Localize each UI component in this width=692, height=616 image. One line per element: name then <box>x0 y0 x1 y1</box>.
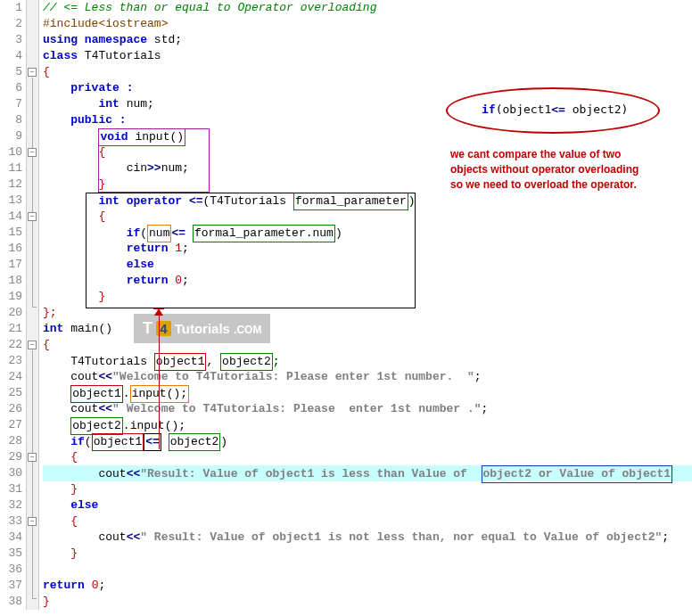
line-number: 19 <box>0 289 22 305</box>
line-number: 32 <box>0 497 22 513</box>
highlight-box: object2 <box>169 433 221 451</box>
line-number: 21 <box>0 321 22 337</box>
code-line: class T4Tutorials <box>43 48 692 64</box>
line-number: 20 <box>0 305 22 321</box>
line-number-gutter: 1 2 3 4 5 6 7 8 9 10 11 12 13 14 15 16 1… <box>0 0 27 610</box>
line-number: 38 <box>0 594 22 610</box>
line-number: 33 <box>0 513 22 530</box>
code-line: return 1; <box>43 241 692 257</box>
line-number: 6 <box>0 80 22 96</box>
code-line: int num; <box>43 96 692 112</box>
code-line: { <box>43 337 692 353</box>
fold-column: − − − − − − <box>27 0 39 610</box>
code-line: } <box>43 594 692 610</box>
line-number: 27 <box>0 417 22 433</box>
highlight-box: void input() <box>98 128 185 146</box>
highlight-box: object2 or Value of object1 <box>482 465 673 483</box>
line-number: 14 <box>0 209 22 225</box>
line-number: 16 <box>0 241 22 257</box>
code-line: return 0; <box>43 273 692 289</box>
annotation-text: we cant compare the value of two objects… <box>450 147 682 192</box>
code-line: else <box>43 257 692 273</box>
fold-toggle-icon[interactable]: − <box>28 341 37 349</box>
code-line <box>43 562 692 578</box>
highlight-box: <= <box>144 433 161 451</box>
line-number: 3 <box>0 32 22 48</box>
code-line: { <box>43 64 692 80</box>
code-line: // <= Less than or equal to Operator ove… <box>43 0 692 16</box>
code-content[interactable]: // <= Less than or equal to Operator ove… <box>39 0 692 610</box>
line-number: 9 <box>0 128 22 144</box>
line-number: 13 <box>0 193 22 209</box>
line-number: 29 <box>0 449 22 465</box>
code-line: int main() <box>43 321 692 337</box>
highlight-box: formal_parameter.num <box>193 225 335 242</box>
code-line: public : <box>43 112 692 128</box>
highlight-box: input(); <box>130 385 189 403</box>
code-line: }; <box>43 305 692 321</box>
code-line: { <box>43 513 692 530</box>
code-line: return 0; <box>43 578 692 594</box>
code-editor: 1 2 3 4 5 6 7 8 9 10 11 12 13 14 15 16 1… <box>0 0 692 610</box>
line-number: 25 <box>0 385 22 401</box>
line-number: 36 <box>0 562 22 578</box>
fold-toggle-icon[interactable]: − <box>28 453 37 462</box>
highlight-box: object2 <box>220 353 273 371</box>
line-number: 34 <box>0 530 22 546</box>
line-number: 35 <box>0 546 22 562</box>
code-line: } <box>43 289 692 305</box>
code-line: cout<<" Welcome to T4Tutorials: Please e… <box>43 401 692 417</box>
line-number: 4 <box>0 48 22 64</box>
line-number: 31 <box>0 481 22 497</box>
code-line: #include<iostream> <box>43 16 692 32</box>
code-line: if(object1<= object2) <box>43 433 692 449</box>
line-number: 22 <box>0 337 22 353</box>
line-number: 5 <box>0 64 22 80</box>
code-line: } <box>43 481 692 497</box>
code-line: { <box>43 209 692 225</box>
code-line: int operator <=(T4Tutorials formal_param… <box>43 193 692 209</box>
code-line: private : <box>43 80 692 96</box>
line-number: 23 <box>0 353 22 369</box>
highlight-box: object1 <box>154 353 207 371</box>
line-number: 37 <box>0 578 22 594</box>
code-line: { <box>43 449 692 465</box>
code-line: } <box>43 546 692 562</box>
line-number: 1 <box>0 0 22 16</box>
line-number: 18 <box>0 273 22 289</box>
line-number: 2 <box>0 16 22 32</box>
fold-toggle-icon[interactable]: − <box>28 148 37 157</box>
code-line: T4Tutorials object1, object2; <box>43 353 692 369</box>
highlight-box: object1 <box>92 433 144 451</box>
line-number: 17 <box>0 257 22 273</box>
line-number: 10 <box>0 144 22 160</box>
code-line: void input() <box>43 128 692 144</box>
line-number: 11 <box>0 160 22 177</box>
line-number: 24 <box>0 369 22 385</box>
code-line: object1.input(); <box>43 385 692 401</box>
code-line: object2.input(); <box>43 417 692 433</box>
fold-toggle-icon[interactable]: − <box>28 68 37 77</box>
code-line: cout<<"Welcome to T4Tutorials: Please en… <box>43 369 692 385</box>
code-line: if(num<= formal_parameter.num) <box>43 225 692 241</box>
fold-toggle-icon[interactable]: − <box>28 212 37 221</box>
code-line: cout<<" Result: Value of object1 is not … <box>43 530 692 546</box>
line-number: 7 <box>0 96 22 112</box>
line-number: 30 <box>0 465 22 481</box>
highlight-box: num <box>147 225 171 242</box>
highlight-box: object1 <box>70 385 123 403</box>
line-number: 15 <box>0 225 22 241</box>
code-line: else <box>43 497 692 513</box>
highlight-box: formal_parameter <box>293 193 408 210</box>
line-number: 28 <box>0 433 22 449</box>
line-number: 8 <box>0 112 22 128</box>
fold-toggle-icon[interactable]: − <box>28 517 37 526</box>
line-number: 12 <box>0 177 22 193</box>
line-number: 26 <box>0 401 22 417</box>
code-line: using namespace std; <box>43 32 692 48</box>
code-line-highlighted: cout<<"Result: Value of object1 is less … <box>43 465 692 481</box>
highlight-box: object2 <box>70 417 123 435</box>
